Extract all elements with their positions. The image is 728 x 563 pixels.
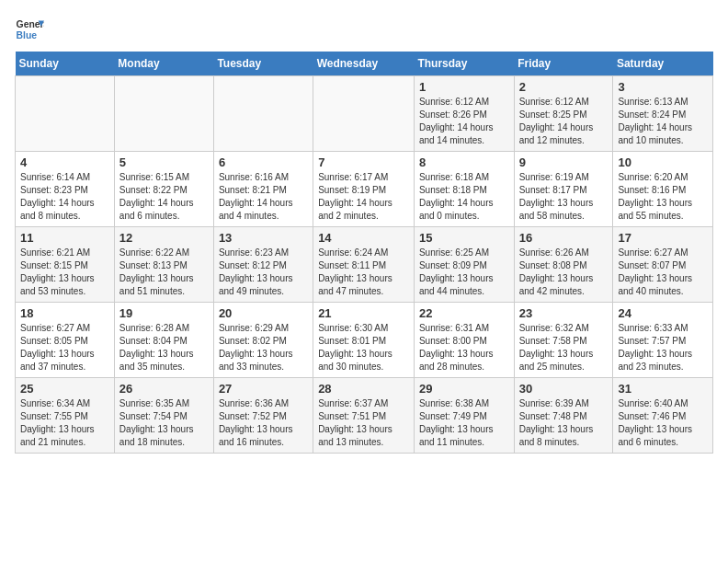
day-info: Sunrise: 6:40 AM Sunset: 7:46 PM Dayligh… xyxy=(618,397,708,449)
day-number: 3 xyxy=(618,80,708,94)
day-number: 22 xyxy=(419,306,509,320)
day-number: 13 xyxy=(219,231,308,245)
calendar-cell: 10Sunrise: 6:20 AM Sunset: 8:16 PM Dayli… xyxy=(613,152,713,227)
day-number: 4 xyxy=(20,155,109,169)
day-number: 28 xyxy=(318,382,409,396)
day-info: Sunrise: 6:24 AM Sunset: 8:11 PM Dayligh… xyxy=(318,247,409,298)
day-info: Sunrise: 6:38 AM Sunset: 7:49 PM Dayligh… xyxy=(419,397,509,449)
calendar-cell: 29Sunrise: 6:38 AM Sunset: 7:49 PM Dayli… xyxy=(414,378,514,454)
day-info: Sunrise: 6:33 AM Sunset: 7:57 PM Dayligh… xyxy=(618,322,708,373)
calendar-cell: 4Sunrise: 6:14 AM Sunset: 8:23 PM Daylig… xyxy=(16,152,115,227)
calendar-cell: 17Sunrise: 6:27 AM Sunset: 8:07 PM Dayli… xyxy=(613,227,713,303)
header-monday: Monday xyxy=(114,52,213,76)
day-number: 27 xyxy=(219,382,308,396)
day-number: 18 xyxy=(20,306,109,320)
day-number: 12 xyxy=(119,231,209,245)
day-number: 1 xyxy=(419,80,509,94)
day-info: Sunrise: 6:36 AM Sunset: 7:52 PM Dayligh… xyxy=(219,397,308,449)
calendar-cell: 8Sunrise: 6:18 AM Sunset: 8:18 PM Daylig… xyxy=(414,152,514,227)
day-info: Sunrise: 6:16 AM Sunset: 8:21 PM Dayligh… xyxy=(219,171,308,223)
calendar-cell: 19Sunrise: 6:28 AM Sunset: 8:04 PM Dayli… xyxy=(114,303,213,378)
day-info: Sunrise: 6:12 AM Sunset: 8:26 PM Dayligh… xyxy=(419,96,509,147)
day-number: 31 xyxy=(618,382,708,396)
day-info: Sunrise: 6:28 AM Sunset: 8:04 PM Dayligh… xyxy=(119,322,209,373)
calendar-cell: 14Sunrise: 6:24 AM Sunset: 8:11 PM Dayli… xyxy=(313,227,415,303)
day-info: Sunrise: 6:39 AM Sunset: 7:48 PM Dayligh… xyxy=(519,397,609,449)
page-header: General Blue xyxy=(15,15,713,44)
week-row-3: 11Sunrise: 6:21 AM Sunset: 8:15 PM Dayli… xyxy=(16,227,713,303)
day-info: Sunrise: 6:21 AM Sunset: 8:15 PM Dayligh… xyxy=(20,247,109,298)
day-number: 25 xyxy=(20,382,109,396)
day-info: Sunrise: 6:35 AM Sunset: 7:54 PM Dayligh… xyxy=(119,397,209,449)
calendar-cell: 6Sunrise: 6:16 AM Sunset: 8:21 PM Daylig… xyxy=(213,152,313,227)
day-info: Sunrise: 6:34 AM Sunset: 7:55 PM Dayligh… xyxy=(20,397,109,449)
day-info: Sunrise: 6:32 AM Sunset: 7:58 PM Dayligh… xyxy=(519,322,609,373)
day-info: Sunrise: 6:15 AM Sunset: 8:22 PM Dayligh… xyxy=(119,171,209,223)
day-info: Sunrise: 6:29 AM Sunset: 8:02 PM Dayligh… xyxy=(219,322,308,373)
calendar-cell: 5Sunrise: 6:15 AM Sunset: 8:22 PM Daylig… xyxy=(114,152,213,227)
calendar-cell: 7Sunrise: 6:17 AM Sunset: 8:19 PM Daylig… xyxy=(313,152,415,227)
logo-icon: General Blue xyxy=(15,15,44,44)
day-number: 23 xyxy=(519,306,609,320)
calendar-cell: 30Sunrise: 6:39 AM Sunset: 7:48 PM Dayli… xyxy=(514,378,613,454)
header-row: SundayMondayTuesdayWednesdayThursdayFrid… xyxy=(16,52,713,76)
day-number: 26 xyxy=(119,382,209,396)
day-number: 20 xyxy=(219,306,308,320)
calendar-cell xyxy=(313,76,415,152)
calendar-cell: 13Sunrise: 6:23 AM Sunset: 8:12 PM Dayli… xyxy=(213,227,313,303)
calendar-cell xyxy=(213,76,313,152)
calendar-cell: 25Sunrise: 6:34 AM Sunset: 7:55 PM Dayli… xyxy=(16,378,115,454)
day-number: 5 xyxy=(119,155,209,169)
logo: General Blue xyxy=(15,15,44,44)
day-info: Sunrise: 6:30 AM Sunset: 8:01 PM Dayligh… xyxy=(318,322,409,373)
week-row-2: 4Sunrise: 6:14 AM Sunset: 8:23 PM Daylig… xyxy=(16,152,713,227)
calendar-cell: 22Sunrise: 6:31 AM Sunset: 8:00 PM Dayli… xyxy=(414,303,514,378)
calendar-cell: 21Sunrise: 6:30 AM Sunset: 8:01 PM Dayli… xyxy=(313,303,415,378)
week-row-5: 25Sunrise: 6:34 AM Sunset: 7:55 PM Dayli… xyxy=(16,378,713,454)
day-number: 2 xyxy=(519,80,609,94)
header-tuesday: Tuesday xyxy=(213,52,313,76)
week-row-1: 1Sunrise: 6:12 AM Sunset: 8:26 PM Daylig… xyxy=(16,76,713,152)
day-info: Sunrise: 6:18 AM Sunset: 8:18 PM Dayligh… xyxy=(419,171,509,223)
calendar-cell: 3Sunrise: 6:13 AM Sunset: 8:24 PM Daylig… xyxy=(613,76,713,152)
calendar-cell: 20Sunrise: 6:29 AM Sunset: 8:02 PM Dayli… xyxy=(213,303,313,378)
day-info: Sunrise: 6:31 AM Sunset: 8:00 PM Dayligh… xyxy=(419,322,509,373)
day-number: 17 xyxy=(618,231,708,245)
day-info: Sunrise: 6:23 AM Sunset: 8:12 PM Dayligh… xyxy=(219,247,308,298)
header-friday: Friday xyxy=(514,52,613,76)
day-info: Sunrise: 6:12 AM Sunset: 8:25 PM Dayligh… xyxy=(519,96,609,147)
calendar-cell: 15Sunrise: 6:25 AM Sunset: 8:09 PM Dayli… xyxy=(414,227,514,303)
day-number: 30 xyxy=(519,382,609,396)
day-info: Sunrise: 6:27 AM Sunset: 8:05 PM Dayligh… xyxy=(20,322,109,373)
day-number: 11 xyxy=(20,231,109,245)
week-row-4: 18Sunrise: 6:27 AM Sunset: 8:05 PM Dayli… xyxy=(16,303,713,378)
day-number: 10 xyxy=(618,155,708,169)
calendar-table: SundayMondayTuesdayWednesdayThursdayFrid… xyxy=(15,52,713,454)
day-number: 15 xyxy=(419,231,509,245)
calendar-cell xyxy=(114,76,213,152)
calendar-cell: 31Sunrise: 6:40 AM Sunset: 7:46 PM Dayli… xyxy=(613,378,713,454)
day-info: Sunrise: 6:26 AM Sunset: 8:08 PM Dayligh… xyxy=(519,247,609,298)
day-info: Sunrise: 6:17 AM Sunset: 8:19 PM Dayligh… xyxy=(318,171,409,223)
header-saturday: Saturday xyxy=(613,52,713,76)
day-info: Sunrise: 6:25 AM Sunset: 8:09 PM Dayligh… xyxy=(419,247,509,298)
day-info: Sunrise: 6:14 AM Sunset: 8:23 PM Dayligh… xyxy=(20,171,109,223)
calendar-cell: 9Sunrise: 6:19 AM Sunset: 8:17 PM Daylig… xyxy=(514,152,613,227)
day-number: 6 xyxy=(219,155,308,169)
day-number: 24 xyxy=(618,306,708,320)
day-number: 19 xyxy=(119,306,209,320)
day-number: 21 xyxy=(318,306,409,320)
day-info: Sunrise: 6:20 AM Sunset: 8:16 PM Dayligh… xyxy=(618,171,708,223)
day-info: Sunrise: 6:27 AM Sunset: 8:07 PM Dayligh… xyxy=(618,247,708,298)
day-number: 14 xyxy=(318,231,409,245)
calendar-cell: 23Sunrise: 6:32 AM Sunset: 7:58 PM Dayli… xyxy=(514,303,613,378)
day-info: Sunrise: 6:22 AM Sunset: 8:13 PM Dayligh… xyxy=(119,247,209,298)
calendar-cell: 28Sunrise: 6:37 AM Sunset: 7:51 PM Dayli… xyxy=(313,378,415,454)
calendar-cell: 27Sunrise: 6:36 AM Sunset: 7:52 PM Dayli… xyxy=(213,378,313,454)
calendar-cell: 1Sunrise: 6:12 AM Sunset: 8:26 PM Daylig… xyxy=(414,76,514,152)
calendar-cell: 24Sunrise: 6:33 AM Sunset: 7:57 PM Dayli… xyxy=(613,303,713,378)
day-number: 29 xyxy=(419,382,509,396)
calendar-cell xyxy=(16,76,115,152)
header-sunday: Sunday xyxy=(16,52,115,76)
calendar-cell: 18Sunrise: 6:27 AM Sunset: 8:05 PM Dayli… xyxy=(16,303,115,378)
